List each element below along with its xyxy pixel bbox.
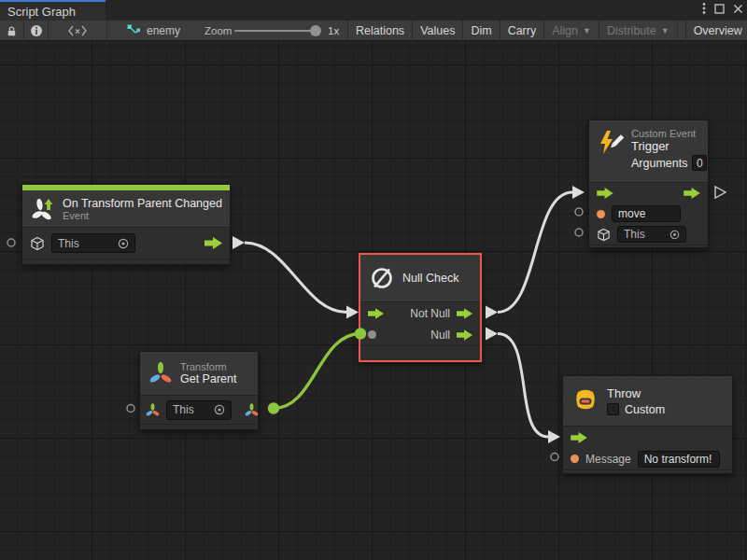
carry-button[interactable]: Carry (500, 21, 544, 41)
wire-layer (0, 41, 747, 560)
distribute-label: Distribute (607, 24, 656, 37)
kebab-menu-icon[interactable] (702, 2, 706, 15)
close-icon[interactable] (733, 4, 743, 14)
tab-bar: Script Graph (0, 0, 747, 21)
wire-event-to-nullcheck[interactable] (245, 243, 346, 313)
wire-end-dot[interactable] (355, 328, 366, 339)
graph-icon (127, 24, 141, 37)
wire-start-arrow[interactable] (486, 328, 498, 341)
align-label: Align (552, 24, 578, 37)
zoom-value: 1x (328, 21, 339, 41)
graph-breadcrumb[interactable]: enemy (127, 21, 180, 41)
tab-script-graph[interactable]: Script Graph (0, 0, 106, 21)
wire-end-arrow[interactable] (548, 430, 560, 443)
unconnected-input-port[interactable] (127, 405, 134, 413)
lock-icon (6, 25, 18, 37)
zoom-slider[interactable] (234, 30, 317, 32)
zoom-label: Zoom (204, 21, 232, 41)
graph-canvas[interactable]: On Transform Parent Changed Event This (0, 41, 747, 560)
wire-start-dot[interactable] (268, 402, 279, 413)
info-icon (30, 24, 43, 37)
unconnected-input-port[interactable] (7, 239, 15, 246)
wire-end-arrow[interactable] (572, 186, 585, 199)
distribute-dropdown: Distribute ▼ (599, 21, 677, 41)
maximize-icon[interactable] (714, 4, 725, 14)
values-button[interactable]: Values (412, 21, 462, 41)
code-view-button[interactable] (49, 21, 107, 41)
wire-start-arrow[interactable] (486, 306, 498, 319)
align-dropdown: Align ▼ (543, 21, 599, 41)
relations-button[interactable]: Relations (347, 21, 412, 41)
unconnected-flow-output-port[interactable] (715, 187, 726, 198)
wire-start-arrow[interactable] (233, 236, 245, 249)
dim-button[interactable]: Dim (462, 21, 499, 41)
unconnected-input-port[interactable] (551, 454, 558, 461)
unconnected-input-port[interactable] (575, 208, 583, 216)
lock-button[interactable] (0, 21, 24, 41)
wire-getparent-to-nullcheck[interactable] (274, 334, 360, 409)
unconnected-input-port[interactable] (575, 229, 583, 236)
chevron-down-icon: ▼ (583, 26, 591, 35)
tab-title: Script Graph (7, 5, 76, 19)
wire-null-to-throw[interactable] (498, 334, 548, 438)
code-brackets-icon (68, 25, 87, 36)
unity-visual-scripting-window: Script Graph (0, 0, 747, 560)
graph-name-label: enemy (147, 24, 180, 37)
overview-button[interactable]: Overview (685, 21, 747, 41)
wire-end-arrow[interactable] (346, 306, 359, 319)
info-button[interactable] (24, 21, 49, 41)
wire-notnull-to-trigger[interactable] (498, 192, 572, 313)
chevron-down-icon: ▼ (661, 26, 669, 35)
graph-toolbar: enemy Zoom 1x Relations Values Dim Carry… (0, 21, 747, 41)
zoom-slider-knob[interactable] (310, 25, 321, 36)
